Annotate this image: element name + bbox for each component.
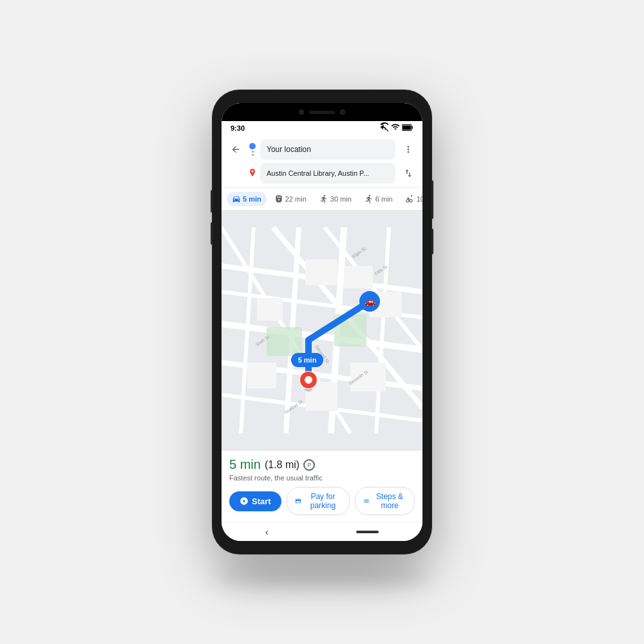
tab-walking[interactable]: 30 min (314, 192, 357, 206)
origin-dot (249, 143, 256, 149)
status-bar: 9:30 (222, 121, 422, 135)
nav-home-indicator[interactable] (356, 531, 379, 533)
pay-parking-button[interactable]: Pay for parking (287, 487, 350, 515)
svg-rect-20 (257, 298, 283, 321)
battery-icon (402, 122, 413, 134)
route-info: 5 min (1.8 mi) P (229, 457, 415, 472)
dot2 (252, 154, 254, 156)
svg-rect-2 (402, 126, 411, 130)
start-button[interactable]: Start (229, 491, 281, 511)
route-dots (249, 143, 256, 156)
svg-text:5 min: 5 min (298, 356, 317, 364)
camera (299, 109, 304, 115)
bottom-panel: 5 min (1.8 mi) P Fastest route, the usua… (222, 450, 422, 522)
transport-tabs: 5 min 22 min 30 min (222, 188, 422, 211)
tab-transit[interactable]: 22 min (269, 192, 312, 206)
back-button[interactable] (227, 140, 245, 158)
tab-running[interactable]: 6 min (359, 192, 398, 206)
toll-icon: P (303, 459, 315, 471)
nav-header (222, 135, 422, 188)
tab-driving-label: 5 min (243, 195, 261, 203)
steps-more-label: Steps & more (373, 492, 406, 510)
vol-down-button (211, 222, 213, 245)
speaker (309, 111, 335, 114)
wifi-icon (380, 122, 389, 134)
action-buttons: Start Pay for parking Steps & more (229, 487, 415, 515)
origin-row (227, 139, 417, 160)
dest-icon-wrap (249, 169, 256, 178)
swap-button[interactable] (399, 164, 417, 182)
origin-input[interactable] (260, 139, 395, 160)
tab-transit-label: 22 min (285, 195, 307, 203)
signal-icon (391, 122, 400, 134)
map-area[interactable]: Elgin St Fifth St Sixth St Seventh St Nu… (222, 211, 422, 450)
tab-running-label: 6 min (375, 195, 393, 203)
tab-cycling[interactable]: 10 m (401, 192, 422, 206)
svg-rect-19 (344, 266, 373, 289)
bottom-navigation: ‹ (222, 522, 422, 541)
svg-point-38 (305, 376, 312, 384)
more-button[interactable] (399, 140, 417, 158)
start-label: Start (252, 497, 271, 506)
status-time: 9:30 (231, 124, 245, 132)
status-icons (380, 122, 413, 134)
destination-row (227, 163, 417, 184)
route-time: 5 min (229, 457, 261, 472)
route-description: Fastest route, the usual traffic (229, 474, 415, 482)
steps-more-button[interactable]: Steps & more (355, 487, 415, 515)
destination-input[interactable] (260, 163, 395, 184)
svg-rect-16 (267, 327, 302, 356)
top-bar (222, 103, 422, 121)
tab-walking-label: 30 min (330, 195, 352, 203)
svg-rect-18 (305, 260, 337, 285)
dot1 (252, 151, 254, 153)
tab-cycling-label: 10 m (417, 195, 422, 203)
tab-driving[interactable]: 5 min (227, 192, 267, 206)
svg-text:🚗: 🚗 (365, 296, 376, 307)
camera2 (340, 109, 345, 115)
phone-screen: 9:30 (222, 103, 422, 541)
vol-up-button (211, 190, 213, 213)
pay-parking-label: Pay for parking (305, 492, 342, 510)
svg-rect-22 (247, 363, 276, 388)
phone-frame: 9:30 (213, 90, 431, 554)
svg-rect-1 (412, 126, 413, 129)
route-distance: (1.8 mi) (265, 459, 299, 471)
nav-back-button[interactable]: ‹ (265, 527, 269, 537)
